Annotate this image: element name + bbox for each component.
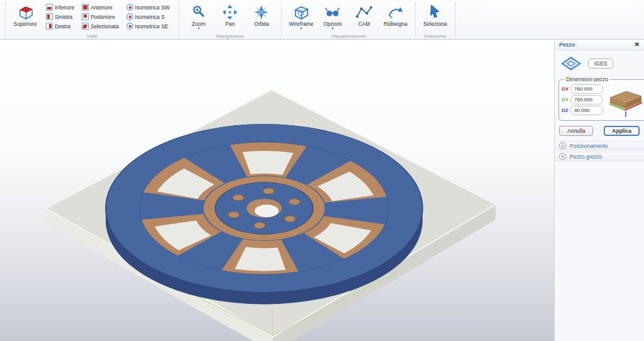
- dy-input[interactable]: 760.000: [570, 95, 603, 104]
- right-view-icon: [46, 23, 53, 30]
- bottom-view-icon: [46, 4, 53, 11]
- view-selezionata-button[interactable]: Selezionata: [79, 21, 121, 31]
- machined-part[interactable]: [106, 124, 423, 304]
- dx-row: DX 760.000: [562, 84, 603, 94]
- stock-preview-thumbnail: [605, 86, 644, 118]
- orbita-button[interactable]: Orbita: [246, 3, 277, 33]
- dz-input[interactable]: 90.000: [570, 106, 603, 115]
- ribbon-group-navigazione: Zoom ▾ Pan Or: [179, 0, 281, 39]
- front-view-icon: [82, 4, 89, 11]
- ribbon-group-selezione: Seleziona Selezione: [416, 0, 455, 39]
- wireframe-button[interactable]: Wireframe ▾: [286, 3, 317, 33]
- dy-label: DY: [562, 97, 570, 103]
- dz-row: DZ 90.000: [562, 106, 603, 115]
- dropdown-arrow-icon: ▾: [300, 27, 302, 30]
- file-format-row: IGES: [560, 55, 640, 72]
- panel-buttons-row: Annulla Applica: [559, 126, 640, 136]
- pan-button[interactable]: Pan: [214, 3, 246, 33]
- pezzo-panel-header: Pezzo ✕: [555, 40, 644, 50]
- redraw-arrow-icon: [387, 4, 404, 20]
- 3d-scene: [0, 40, 554, 341]
- panel-body: IGES Dimensioni pezzo DX 760.000 DY 760.…: [555, 50, 644, 341]
- dy-row: DY 760.000: [562, 95, 603, 104]
- pan-arrows-icon: [221, 4, 238, 20]
- zoom-button[interactable]: Zoom ▾: [183, 3, 214, 33]
- 3d-viewport[interactable]: [0, 40, 554, 341]
- back-view-icon: [82, 13, 89, 20]
- eyeglasses-icon: [324, 4, 341, 20]
- ribbon-group-visualizzazione: Wireframe ▾ Opzioni ▾: [282, 0, 415, 39]
- ridisegna-button[interactable]: Ridisegna: [380, 3, 411, 33]
- dx-label: DX: [562, 86, 570, 92]
- chevron-down-icon: ∨: [559, 142, 566, 149]
- dimensions-groupbox: Dimensioni pezzo DX 760.000 DY 760.000 D…: [558, 76, 644, 121]
- ribbon-group-viste: Superiore Inferiore Sinistra Destra: [6, 0, 179, 39]
- view-isometrica-se-button[interactable]: Isometrica SE: [124, 21, 172, 31]
- toolpath-icon: [355, 4, 372, 20]
- view-isometrica-s-button[interactable]: Isometrica S: [124, 12, 172, 21]
- isometric-se-icon: [126, 23, 133, 30]
- wireframe-cube-icon: [292, 4, 309, 20]
- dz-label: DZ: [562, 108, 570, 113]
- cursor-arrow-icon: [426, 4, 443, 20]
- left-view-icon: [46, 13, 53, 20]
- pezzo-panel: Pezzo ✕ IGES Dimensioni pezzo DX 760.000: [554, 40, 644, 341]
- ribbon-toolbar: Superiore Inferiore Sinistra Destra: [0, 0, 644, 40]
- workpiece-plane-icon: [560, 55, 582, 72]
- view-sinistra-button[interactable]: Sinistra: [43, 12, 77, 21]
- view-isometrica-sw-button[interactable]: Isometrica SW: [124, 3, 172, 12]
- view-anteriore-button[interactable]: Anteriore: [79, 3, 121, 12]
- applica-button[interactable]: Applica: [604, 126, 640, 136]
- button-label: Superiore: [14, 21, 37, 27]
- close-panel-button[interactable]: ✕: [633, 41, 641, 48]
- view-posteriore-button[interactable]: Posteriore: [79, 12, 121, 21]
- dx-input[interactable]: 760.000: [570, 84, 603, 94]
- view-superiore-button[interactable]: Superiore: [9, 3, 41, 33]
- view-inferiore-button[interactable]: Inferiore: [43, 3, 77, 12]
- dimensions-legend: Dimensioni pezzo: [564, 76, 610, 82]
- zoom-magnifier-icon: [190, 4, 207, 20]
- selected-view-icon: [82, 23, 89, 30]
- dropdown-arrow-icon: ▾: [331, 27, 333, 30]
- orbit-star-icon: [253, 4, 270, 20]
- opzioni-button[interactable]: Opzioni ▾: [317, 3, 348, 33]
- view-destra-button[interactable]: Destra: [43, 21, 77, 31]
- file-format-label: IGES: [588, 59, 613, 69]
- isometric-s-icon: [126, 13, 133, 20]
- cam-button[interactable]: CAM: [348, 3, 380, 33]
- isometric-sw-icon: [126, 4, 133, 11]
- section-pezzo-grezzo[interactable]: ∨ Pezzo grezzo: [555, 152, 644, 161]
- annulla-button[interactable]: Annulla: [559, 126, 593, 136]
- view-buttons-grid: Inferiore Sinistra Destra Anteriore: [43, 3, 175, 31]
- panel-title: Pezzo: [559, 42, 575, 48]
- section-posizionamento[interactable]: ∨ Posizionamento: [555, 141, 644, 150]
- seleziona-button[interactable]: Seleziona: [419, 3, 451, 33]
- top-view-cube-icon: [17, 4, 34, 20]
- dropdown-arrow-icon: ▾: [197, 27, 199, 30]
- chevron-down-icon: ∨: [559, 153, 566, 160]
- group-separator: [455, 2, 455, 36]
